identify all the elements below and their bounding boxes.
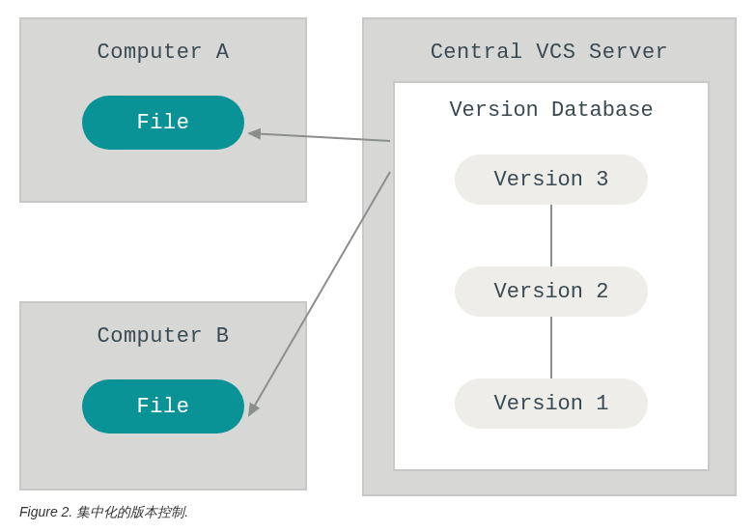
file-label-b: File — [137, 395, 190, 419]
version-database-panel: Version Database Version 3 Version 2 Ver… — [393, 81, 710, 471]
connector-v2-v1 — [550, 317, 552, 378]
version-3-label: Version 3 — [494, 168, 609, 192]
server-title: Central VCS Server — [364, 19, 735, 78]
file-label-a: File — [137, 111, 190, 135]
file-pill-a: File — [82, 96, 244, 150]
file-pill-b: File — [82, 379, 244, 434]
computer-b-title: Computer B — [21, 303, 305, 362]
computer-a-box: Computer A File — [19, 17, 307, 203]
server-box: Central VCS Server Version Database Vers… — [362, 17, 737, 496]
version-1-label: Version 1 — [494, 392, 609, 416]
version-2-label: Version 2 — [494, 280, 609, 304]
computer-b-box: Computer B File — [19, 301, 307, 490]
version-3-pill: Version 3 — [455, 154, 648, 205]
computer-a-title: Computer A — [21, 19, 305, 78]
database-title: Version Database — [395, 83, 708, 136]
connector-v3-v2 — [550, 205, 552, 266]
diagram-canvas: Computer A File Computer B File Central … — [19, 17, 738, 496]
figure-caption: Figure 2. 集中化的版本控制. — [19, 504, 188, 521]
version-1-pill: Version 1 — [455, 378, 648, 429]
version-2-pill: Version 2 — [455, 266, 648, 317]
